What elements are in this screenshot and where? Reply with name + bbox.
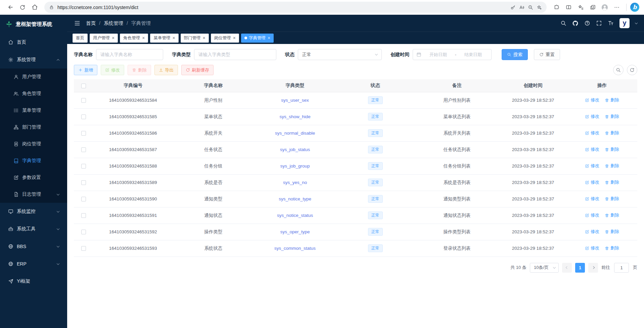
browser-home-button[interactable]: [29, 2, 40, 13]
row-checkbox[interactable]: [81, 131, 86, 136]
add-favorite-icon[interactable]: [537, 5, 542, 10]
row-checkbox[interactable]: [81, 180, 86, 185]
refresh-table-button[interactable]: [627, 65, 637, 75]
row-delete-link[interactable]: 删除: [605, 179, 619, 185]
address-bar[interactable]: https://ccnetcore.com:1101/system/dict: [44, 2, 547, 13]
sidebar-item-system-monitor[interactable]: 系统监控: [0, 203, 67, 220]
user-avatar[interactable]: [619, 18, 630, 28]
row-checkbox[interactable]: [81, 197, 86, 201]
sidebar-item-post-mgmt[interactable]: 岗位管理: [0, 136, 67, 152]
tab-dict-mgmt[interactable]: 字典管理×: [241, 34, 274, 43]
sidebar-item-dict-mgmt[interactable]: 字典管理: [0, 152, 67, 169]
close-tab-icon[interactable]: ×: [172, 36, 175, 40]
row-edit-link[interactable]: 修改: [585, 229, 599, 235]
row-edit-link[interactable]: 修改: [585, 146, 599, 152]
add-button[interactable]: 新增: [74, 65, 97, 75]
reset-button[interactable]: 重置: [534, 49, 560, 60]
row-checkbox[interactable]: [81, 230, 86, 234]
password-manager-icon[interactable]: [510, 5, 516, 10]
refresh-cache-button[interactable]: 刷新缓存: [181, 65, 214, 75]
page-size-select[interactable]: 10条/页: [530, 263, 559, 273]
tab-role-mgmt[interactable]: 角色管理×: [120, 34, 148, 43]
row-checkbox[interactable]: [81, 98, 86, 103]
close-tab-icon[interactable]: ×: [112, 36, 114, 40]
sidebar-item-menu-mgmt[interactable]: 菜单管理: [0, 102, 67, 119]
row-edit-link[interactable]: 修改: [585, 97, 599, 103]
row-edit-link[interactable]: 修改: [585, 245, 599, 251]
font-size-icon[interactable]: [608, 20, 614, 26]
breadcrumb-home[interactable]: 首页: [86, 20, 96, 27]
row-edit-link[interactable]: 修改: [585, 179, 599, 185]
sidebar-item-erp[interactable]: ERP: [0, 255, 67, 273]
export-button[interactable]: 导出: [154, 65, 178, 75]
row-delete-link[interactable]: 删除: [605, 97, 619, 103]
dict-type-link[interactable]: sys_job_status: [280, 147, 310, 152]
select-all-checkbox[interactable]: [81, 84, 86, 88]
sidebar-item-param-settings[interactable]: 参数设置: [0, 169, 67, 186]
row-checkbox[interactable]: [81, 147, 86, 152]
browser-menu-button[interactable]: [611, 2, 623, 13]
sidebar-item-log-mgmt[interactable]: 日志管理: [0, 186, 67, 203]
collections-button[interactable]: [587, 2, 598, 13]
row-checkbox[interactable]: [81, 213, 86, 218]
extensions-button[interactable]: [551, 2, 562, 13]
dict-type-link[interactable]: sys_show_hide: [279, 114, 310, 119]
sidebar-item-bbs[interactable]: BBS: [0, 238, 67, 255]
row-checkbox[interactable]: [81, 114, 86, 119]
dict-type-input[interactable]: [194, 49, 276, 60]
close-tab-icon[interactable]: ×: [203, 36, 205, 40]
sidebar-toggle-icon[interactable]: [74, 20, 81, 27]
browser-back-button[interactable]: [5, 2, 16, 13]
tab-user-mgmt[interactable]: 用户管理×: [90, 34, 118, 43]
edit-button[interactable]: 修改: [101, 65, 124, 75]
github-icon[interactable]: [572, 20, 579, 27]
tab-post-mgmt[interactable]: 岗位管理×: [211, 34, 239, 43]
date-range-picker[interactable]: 开始日期 - 结束日期: [413, 49, 492, 60]
bing-icon[interactable]: [630, 3, 639, 12]
read-aloud-icon[interactable]: [519, 5, 524, 10]
goto-page-input[interactable]: [614, 263, 629, 273]
row-edit-link[interactable]: 修改: [585, 196, 599, 202]
row-delete-link[interactable]: 删除: [605, 163, 619, 169]
sidebar-item-role-mgmt[interactable]: 角色管理: [0, 85, 67, 102]
dict-type-link[interactable]: sys_common_status: [274, 246, 316, 251]
row-checkbox[interactable]: [81, 164, 86, 169]
tab-menu-mgmt[interactable]: 菜单管理×: [150, 34, 178, 43]
row-delete-link[interactable]: 删除: [605, 113, 619, 120]
tab-home[interactable]: 首页: [73, 34, 88, 43]
row-edit-link[interactable]: 修改: [585, 212, 599, 218]
status-select[interactable]: 正常: [298, 49, 382, 60]
ssl-lock-icon[interactable]: [49, 5, 54, 10]
browser-refresh-button[interactable]: [17, 2, 28, 13]
sidebar-item-dept-mgmt[interactable]: 部门管理: [0, 119, 67, 136]
next-page-button[interactable]: [588, 263, 598, 273]
row-edit-link[interactable]: 修改: [585, 163, 599, 169]
sidebar-item-system-mgmt[interactable]: 系统管理: [0, 51, 67, 68]
split-screen-button[interactable]: [563, 2, 574, 13]
dict-type-link[interactable]: sys_yes_no: [283, 180, 307, 185]
zoom-icon[interactable]: [528, 5, 533, 10]
sidebar-item-yi-frame[interactable]: Yi框架: [0, 273, 67, 290]
sidebar-item-system-tools[interactable]: 系统工具: [0, 220, 67, 238]
sidebar-item-user-mgmt[interactable]: 用户管理: [0, 68, 67, 85]
breadcrumb-system[interactable]: 系统管理: [96, 20, 123, 27]
row-delete-link[interactable]: 删除: [605, 130, 619, 136]
prev-page-button[interactable]: [562, 263, 572, 273]
dict-type-link[interactable]: sys_oper_type: [280, 229, 310, 234]
show-search-toggle-button[interactable]: [613, 65, 624, 75]
row-delete-link[interactable]: 删除: [605, 196, 619, 202]
dict-type-link[interactable]: sys_notice_status: [277, 213, 313, 218]
dict-type-link[interactable]: sys_job_group: [280, 163, 310, 169]
dict-type-link[interactable]: sys_notice_type: [279, 196, 311, 201]
dict-type-link[interactable]: sys_user_sex: [281, 98, 309, 103]
sidebar-item-home[interactable]: 首页: [0, 34, 67, 51]
dict-type-link[interactable]: sys_normal_disable: [275, 131, 315, 136]
current-page-button[interactable]: 1: [575, 263, 585, 273]
fullscreen-icon[interactable]: [596, 20, 602, 26]
search-button[interactable]: 搜索: [502, 49, 528, 60]
row-delete-link[interactable]: 删除: [605, 146, 619, 152]
header-search-icon[interactable]: [560, 20, 566, 26]
row-delete-link[interactable]: 删除: [605, 212, 619, 218]
close-tab-icon[interactable]: ×: [142, 36, 145, 40]
profile-button[interactable]: [599, 2, 610, 13]
